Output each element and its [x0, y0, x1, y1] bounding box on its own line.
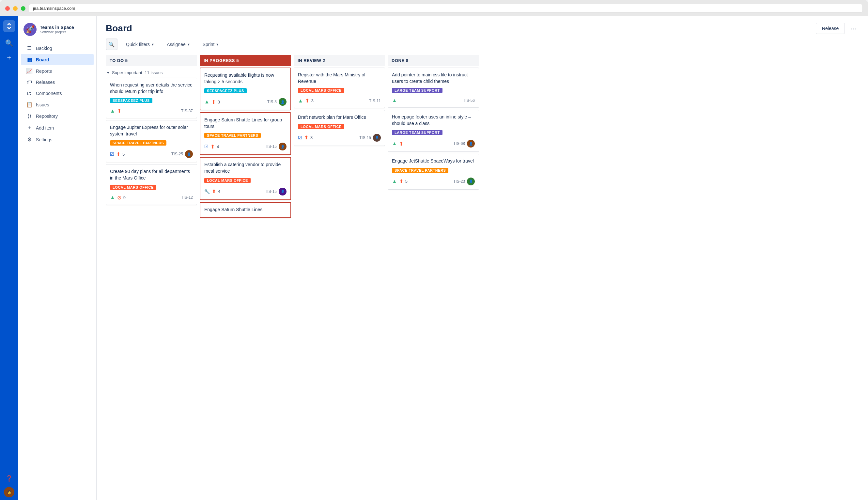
- settings-icon: ⚙: [26, 136, 33, 143]
- card-footer: ▲ ⬆ TIS-37: [110, 108, 193, 114]
- count-badge: 5: [122, 152, 125, 157]
- ticket-id: TIS-68: [453, 141, 465, 146]
- ticket-id: TIS-25: [171, 152, 183, 156]
- board-icon: ▦: [26, 56, 33, 62]
- project-header: 🚀 Teams in Space Software project: [18, 19, 96, 40]
- card-title: When requesting user details the service…: [110, 82, 193, 95]
- search-icon[interactable]: 🔍: [3, 37, 15, 49]
- quick-filters-button[interactable]: Quick filters ▾: [122, 40, 158, 49]
- release-button[interactable]: Release: [816, 23, 845, 34]
- check-icon: ☑: [204, 144, 208, 149]
- card-ir-1[interactable]: Register with the Mars Ministry of Reven…: [294, 68, 385, 108]
- card-footer: ☑ ⬆ 5 TIS-25 👤: [110, 150, 193, 158]
- card-done-2[interactable]: Homepage footer uses an inline style – s…: [388, 110, 479, 152]
- group-count: 11 issues: [145, 70, 163, 75]
- priority-icon: ⬆: [212, 188, 216, 194]
- backlog-icon: ☰: [26, 45, 33, 51]
- sidebar-item-label: Reports: [36, 69, 52, 74]
- minimize-dot[interactable]: [13, 6, 18, 11]
- sidebar-item-label: Releases: [36, 80, 55, 85]
- sidebar-item-issues[interactable]: 📋 Issues: [21, 99, 94, 110]
- project-name: Teams in Space: [40, 25, 74, 30]
- card-ip-2[interactable]: Engage Saturn Shuttle Lines for group to…: [200, 112, 291, 155]
- column-done: DONE 8 Add pointer to main css file to i…: [388, 55, 479, 495]
- releases-icon: 🏷: [26, 79, 33, 85]
- card-todo-3[interactable]: Create 90 day plans for all departments …: [106, 164, 197, 205]
- card-footer: ▲ ⬆ TIS-68 👤: [392, 140, 475, 148]
- priority-icon: ⬆: [304, 135, 308, 141]
- count-badge: 9: [123, 195, 126, 200]
- components-icon: 🗂: [26, 90, 33, 96]
- sprint-filter-button[interactable]: Sprint ▾: [198, 40, 223, 49]
- main-content: Board Release ··· 🔍 Quick filters ▾ Assi…: [96, 16, 868, 500]
- story-icon: ▲: [392, 179, 397, 184]
- sidebar-item-reports[interactable]: 📈 Reports: [21, 65, 94, 77]
- ticket-id: TIS-37: [181, 109, 193, 113]
- priority-icon: ⬆: [116, 151, 121, 157]
- avatar: 👤: [467, 140, 475, 148]
- project-icon: 🚀: [23, 23, 36, 36]
- card-footer: ▲ ⬆ 5 TIS-23 👤: [392, 178, 475, 185]
- close-dot[interactable]: [5, 6, 10, 11]
- card-ip-1[interactable]: Requesting available flights is now taki…: [200, 68, 291, 110]
- sidebar-item-backlog[interactable]: ☰ Backlog: [21, 43, 94, 54]
- priority-icon: ⬆: [117, 108, 122, 114]
- card-footer: ▲ ⬆ 3 TIS-8 👤: [204, 98, 286, 106]
- sidebar-item-settings[interactable]: ⚙ Settings: [21, 134, 94, 145]
- card-done-1[interactable]: Add pointer to main css file to instruct…: [388, 68, 479, 108]
- count-badge: 5: [405, 179, 408, 184]
- count-badge: 4: [218, 189, 220, 194]
- wrench-icon: 🔧: [204, 189, 210, 194]
- card-title: Add pointer to main css file to instruct…: [392, 72, 475, 84]
- sidebar-item-repository[interactable]: ⟨⟩ Repository: [21, 110, 94, 122]
- column-inprogress: IN PROGRESS 5 Requesting available fligh…: [200, 55, 291, 495]
- story-icon: ▲: [204, 99, 209, 105]
- group-header[interactable]: ▾ Super important 11 issues: [106, 68, 197, 78]
- search-box[interactable]: 🔍: [106, 38, 117, 50]
- sidebar-item-board[interactable]: ▦ Board: [21, 54, 94, 65]
- maximize-dot[interactable]: [21, 6, 25, 11]
- ticket-id: TIS-15: [265, 189, 277, 194]
- card-ir-2[interactable]: Draft network plan for Mars Office LOCAL…: [294, 110, 385, 146]
- avatar: 👤: [467, 178, 475, 185]
- user-avatar[interactable]: 👩: [4, 487, 14, 497]
- sidebar-item-label: Components: [36, 91, 62, 96]
- repository-icon: ⟨⟩: [26, 113, 33, 119]
- sidebar-item-label: Settings: [36, 137, 53, 142]
- ticket-id: TIS-11: [369, 99, 381, 103]
- card-todo-2[interactable]: Engage Jupiter Express for outer solar s…: [106, 120, 197, 162]
- card-footer: ▲ ⊘ 9 TIS-12: [110, 194, 193, 201]
- sidebar-item-label: Repository: [36, 114, 58, 119]
- card-ip-4[interactable]: Engage Saturn Shuttle Lines: [200, 202, 291, 218]
- url-bar[interactable]: jira.teamsinspace.com: [29, 4, 863, 13]
- chevron-down-icon: ▾: [152, 42, 154, 47]
- header-actions: Release ···: [816, 23, 859, 34]
- jira-logo[interactable]: [3, 20, 15, 32]
- card-footer: ☑ ⬆ 3 TIS-15 👤: [298, 134, 381, 141]
- ticket-id: TIS-12: [181, 195, 193, 200]
- assignee-filter-button[interactable]: Assignee ▾: [162, 40, 194, 49]
- create-icon[interactable]: ＋: [3, 52, 15, 63]
- column-header-inprogress: IN PROGRESS 5: [200, 55, 291, 66]
- column-body-inreview: Register with the Mars Ministry of Reven…: [294, 68, 385, 495]
- sidebar-item-releases[interactable]: 🏷 Releases: [21, 77, 94, 88]
- sidebar-item-label: Add item: [36, 125, 54, 130]
- card-title: Establish a catering vendor to provide m…: [204, 161, 286, 174]
- priority-icon: ⬆: [305, 98, 309, 104]
- project-type: Software project: [40, 30, 74, 34]
- sidebar: 🚀 Teams in Space Software project ☰ Back…: [18, 16, 96, 500]
- card-ip-3[interactable]: Establish a catering vendor to provide m…: [200, 157, 291, 200]
- card-done-3[interactable]: Engage JetShuttle SpaceWays for travel S…: [388, 154, 479, 190]
- sidebar-item-components[interactable]: 🗂 Components: [21, 88, 94, 99]
- assignee-label: Assignee: [167, 42, 186, 47]
- sidebar-item-label: Issues: [36, 102, 49, 107]
- card-todo-1[interactable]: When requesting user details the service…: [106, 78, 197, 118]
- card-footer: ☑ ⬆ 4 TIS-15 👤: [204, 143, 286, 150]
- card-footer: ▲ TIS-56: [392, 98, 475, 103]
- column-body-done: Add pointer to main css file to instruct…: [388, 68, 479, 495]
- more-options-button[interactable]: ···: [848, 23, 859, 34]
- help-icon[interactable]: ❓: [3, 473, 15, 484]
- column-inreview: IN REVIEW 2 Register with the Mars Minis…: [294, 55, 385, 495]
- sidebar-item-add-item[interactable]: ＋ Add item: [21, 122, 94, 134]
- priority-icon: ⬆: [212, 99, 216, 105]
